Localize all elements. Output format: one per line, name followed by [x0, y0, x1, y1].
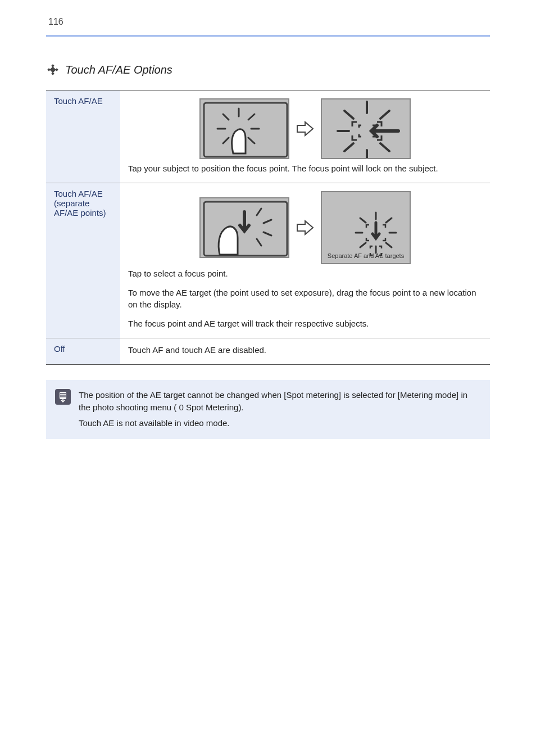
note-block: The position of the AE target cannot be …: [46, 380, 490, 439]
header-rule: [46, 35, 490, 37]
row1-illustration: [128, 96, 482, 162]
cross-ref-symbol: 0: [179, 402, 183, 412]
note-body: The position of the AE target cannot be …: [79, 389, 481, 429]
tap-sun-icon: [201, 99, 290, 160]
section-title: Touch AF/AE Options: [65, 64, 172, 76]
row3-text: Touch AF and touch AE are disabled.: [128, 345, 266, 355]
svg-line-18: [344, 143, 353, 151]
row2-text-1: Tap to select a focus point.: [128, 268, 482, 280]
svg-line-10: [223, 114, 229, 120]
svg-line-12: [223, 138, 229, 143]
svg-line-31: [386, 243, 392, 247]
result-illustration: [321, 98, 411, 159]
touch-screen-illustration: [199, 98, 289, 159]
illustration-caption: Separate AF and AE targets: [322, 252, 410, 261]
row1-label: Touch AF/AE: [46, 90, 120, 183]
drag-sun-icon: [201, 198, 290, 259]
note-line-2: Touch AE is not available in video mode.: [79, 417, 481, 429]
svg-line-7: [248, 114, 255, 120]
section-heading: Touch AF/AE Options: [46, 63, 490, 76]
svg-line-23: [264, 220, 271, 223]
svg-line-33: [360, 243, 366, 247]
svg-line-35: [360, 218, 366, 223]
svg-line-25: [257, 239, 261, 246]
svg-line-24: [264, 232, 271, 236]
note-icon: [58, 391, 68, 402]
svg-line-16: [380, 143, 389, 151]
row2-illustration: Separate AF and AE targets: [128, 189, 482, 268]
options-table: Touch AF/AE: [46, 90, 490, 365]
row1-text: Tap your subject to position the focus p…: [128, 162, 482, 175]
note-text-1a: The position of the AE target cannot be …: [79, 390, 467, 412]
table-row: Touch AF/AE: [46, 90, 490, 183]
drag-screen-illustration: [199, 197, 289, 258]
svg-line-9: [248, 138, 255, 143]
arrow-right-icon: [295, 218, 315, 238]
page-number-top: 116: [48, 17, 63, 27]
row2-body: Separate AF and AE targets Tap to select…: [120, 183, 490, 338]
table-row: Off Touch AF and touch AE are disabled.: [46, 338, 490, 365]
table-row: Touch AF/AE (separate AF/AE points): [46, 183, 490, 338]
section-bullet-icon: [46, 63, 60, 76]
row2-label: Touch AF/AE (separate AF/AE points): [46, 183, 120, 338]
svg-line-20: [344, 111, 353, 119]
arrow-right-icon: [295, 119, 315, 139]
manual-page: 116 Touch AF/AE Options Touch AF/AE: [0, 0, 536, 756]
svg-line-14: [380, 111, 389, 119]
note-icon-box: [55, 389, 71, 405]
row1-body: Tap your subject to position the focus p…: [120, 90, 490, 183]
separate-targets-illustration: Separate AF and AE targets: [321, 191, 411, 264]
row3-label: Off: [46, 338, 120, 364]
note-line-1: The position of the AE target cannot be …: [79, 389, 481, 414]
row2-text-3: The focus point and AE target will track…: [128, 318, 482, 330]
note-text-1b: ).: [238, 402, 243, 412]
svg-line-29: [386, 218, 392, 223]
row2-text-2: To move the AE target (the point used to…: [128, 287, 482, 311]
svg-line-22: [257, 209, 261, 215]
svg-rect-4: [49, 66, 56, 73]
focus-lock-icon: [321, 98, 411, 159]
row3-body: Touch AF and touch AE are disabled.: [120, 338, 490, 364]
cross-ref-text: Spot Metering: [186, 402, 238, 412]
